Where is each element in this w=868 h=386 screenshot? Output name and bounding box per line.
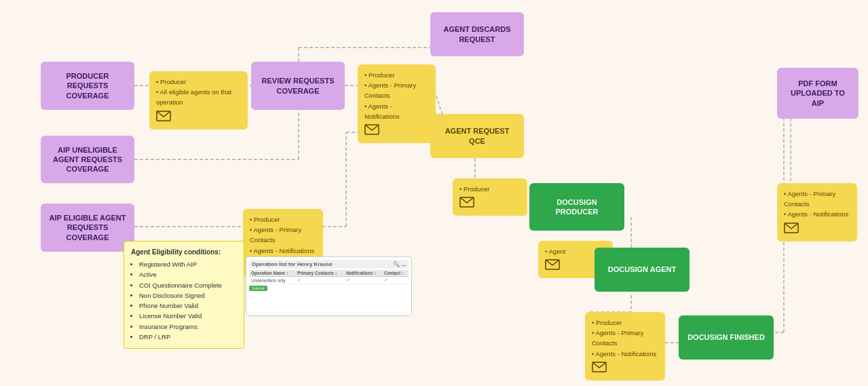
list-box-right: Agents - Primary Contacts Agents - Notif… <box>777 183 857 242</box>
lb6-item3: Agents - Notifications <box>592 349 658 359</box>
aip-uneligible-node: AIP UNELIGIBLE AGENT REQUESTS COVERAGE <box>41 136 134 183</box>
docusign-agent-node: DOCUSIGN AGENT <box>595 248 690 292</box>
list-box-3: Producer <box>453 178 527 216</box>
aip-eligible-node: AIP ELIGIBLE AGENT REQUESTS COVERAGE <box>41 204 134 252</box>
eligibility-list: Registered With AIP Active COI Questionn… <box>131 260 237 342</box>
operation-list-box: Operation list for Henry Krause 🔍 ... Op… <box>246 256 412 316</box>
lb4-item1: Producer <box>250 214 316 225</box>
list-box-2: Producer Agents - Primary Contacts Agent… <box>358 64 436 143</box>
lb4-item2: Agents - Primary Contacts <box>250 225 316 245</box>
docusign-finished-node: DOCUSIGN FINISHED <box>679 315 774 360</box>
docusign-producer-node: DOCUSIGN PRODUCER <box>529 183 624 231</box>
canvas: PRODUCER REQUESTS COVERAGE AIP UNELIGIBL… <box>0 0 868 386</box>
lb2-item1: Producer <box>364 70 429 80</box>
list-box-1: Producer All eligible agents on that ope… <box>149 71 248 130</box>
agent-eligibility-note: Agent Eligibility conditions: Registered… <box>124 241 244 349</box>
agent-request-qce-node: AGENT REQUEST QCE <box>430 114 524 158</box>
producer-requests-node: PRODUCER REQUESTS COVERAGE <box>41 62 134 110</box>
lb4-item3: Agents - Notifications <box>250 246 316 256</box>
lb6-item1: Producer <box>592 317 658 328</box>
pdf-form-node: PDF FORM UPLOADED TO AIP <box>777 68 858 119</box>
email-icon-6 <box>592 362 607 372</box>
agent-discards-node: AGENT DISCARDS REQUEST <box>430 12 524 56</box>
lb-right-item2: Agents - Notifications <box>784 209 850 219</box>
lb6-item2: Agents - Primary Contacts <box>592 328 658 348</box>
review-requests-node: REVIEW REQUESTS COVERAGE <box>251 62 345 110</box>
email-icon-1 <box>156 111 171 121</box>
list-box-6: Producer Agents - Primary Contacts Agent… <box>585 312 665 381</box>
email-icon-right <box>784 223 799 233</box>
lb3-item1: Producer <box>459 184 521 194</box>
submit-button[interactable]: Submit <box>249 286 267 291</box>
email-icon-5 <box>545 259 560 270</box>
lb1-item2: All eligible agents on that operation <box>156 87 241 107</box>
lb-right-item1: Agents - Primary Contacts <box>784 189 850 209</box>
op-list-table: Operation Name ↕ Primary Contacts ↕ Noti… <box>249 270 409 284</box>
lb2-item2: Agents - Primary Contacts <box>364 80 429 100</box>
email-icon-2 <box>364 124 379 135</box>
email-icon-3 <box>459 197 474 208</box>
lb2-item3: Agents - Notifications <box>364 101 429 121</box>
op-list-header: Operation list for Henry Krause 🔍 ... <box>249 260 409 269</box>
lb1-item1: Producer <box>156 77 241 87</box>
eligibility-title: Agent Eligibility conditions: <box>131 247 237 257</box>
table-row: Underwriters only ✓ ✓ ✓ <box>249 277 409 284</box>
